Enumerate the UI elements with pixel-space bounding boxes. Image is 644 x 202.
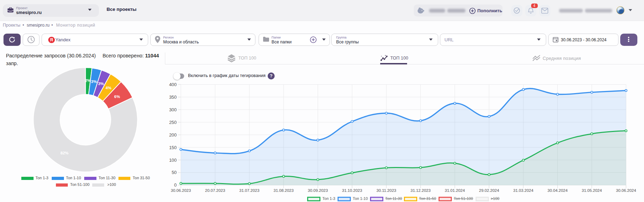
svg-text:30.06.2024: 30.06.2024 xyxy=(616,188,636,193)
svg-text:30.11.2023: 30.11.2023 xyxy=(376,188,396,193)
svg-text:0: 0 xyxy=(174,182,176,188)
svg-text:150: 150 xyxy=(169,145,177,150)
svg-text:31.03.2024: 31.03.2024 xyxy=(513,188,534,193)
svg-text:31.05.2024: 31.05.2024 xyxy=(582,188,602,193)
svg-text:250: 250 xyxy=(169,120,177,125)
svg-text:31.10.2023: 31.10.2023 xyxy=(342,188,362,193)
svg-text:31.07.2023: 31.07.2023 xyxy=(239,188,260,193)
svg-text:31.12.2023: 31.12.2023 xyxy=(411,188,431,193)
svg-text:31.08.2023: 31.08.2023 xyxy=(274,188,294,193)
svg-text:400: 400 xyxy=(169,82,177,87)
svg-text:30.04.2024: 30.04.2024 xyxy=(548,188,568,193)
svg-text:30.09.2023: 30.09.2023 xyxy=(308,188,328,193)
svg-text:300: 300 xyxy=(169,107,177,112)
svg-text:100: 100 xyxy=(169,158,177,163)
svg-text:20.07.2023: 20.07.2023 xyxy=(205,188,225,193)
svg-text:29.02.2024: 29.02.2024 xyxy=(479,188,499,193)
svg-text:350: 350 xyxy=(169,95,177,100)
svg-text:31.01.2024: 31.01.2024 xyxy=(445,188,465,193)
svg-text:50: 50 xyxy=(172,170,176,175)
svg-text:30.06.2023: 30.06.2023 xyxy=(171,188,191,193)
svg-text:200: 200 xyxy=(169,132,177,138)
